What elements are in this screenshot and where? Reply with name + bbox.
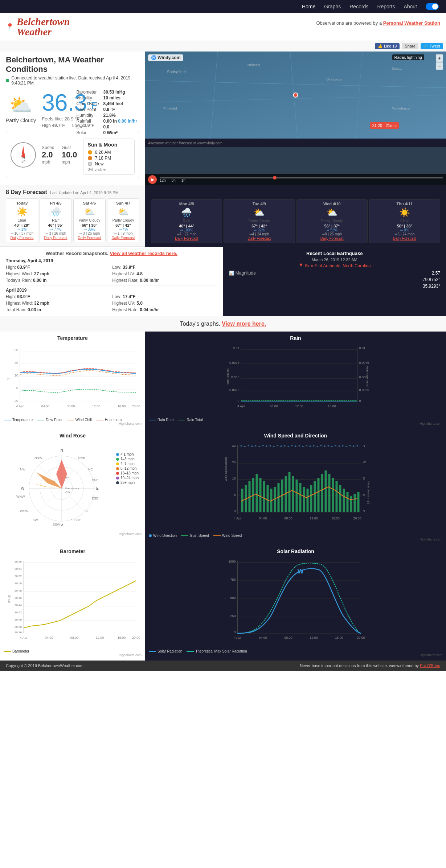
- daily-forecast-sat[interactable]: Daily Forecast: [78, 236, 101, 240]
- obs-rainfall-label: Rainfall: [74, 118, 101, 124]
- nav-reports[interactable]: Reports: [377, 4, 395, 9]
- forecast-wind-mon: ⇒7 | 27 mph: [152, 232, 221, 236]
- svg-point-133: [349, 445, 351, 446]
- svg-rect-142: [263, 481, 265, 512]
- forecast-desc-tue: Partly Cloudy: [225, 219, 294, 223]
- daily-forecast-thu[interactable]: Daily Forecast: [393, 236, 416, 240]
- svg-point-130: [339, 445, 340, 447]
- svg-point-128: [331, 446, 333, 447]
- nav-home[interactable]: Home: [302, 4, 315, 9]
- copyright: Copyright © 2019 BelchertownWeather.com: [6, 663, 83, 668]
- map-zoom-out[interactable]: −: [436, 62, 443, 70]
- forecast-desc-today: Clear: [7, 218, 37, 222]
- svg-point-112: [273, 446, 275, 447]
- pws-link[interactable]: Personal Weather Station: [383, 20, 440, 26]
- legend-19-24: 19–24 mph: [116, 476, 139, 480]
- apr-rain-row: Total Rain: 0.03 in: [6, 307, 111, 312]
- legend-solar: Solar Radiation: [149, 649, 182, 653]
- svg-point-104: [244, 446, 246, 447]
- obs-rainfall-val: 0.00 in 0.00 in/hr: [101, 118, 139, 124]
- forecast-icon-mon: 🌧️: [152, 207, 221, 218]
- svg-text:30.50: 30.50: [15, 582, 22, 585]
- time-6h: 6h: [172, 178, 176, 182]
- svg-point-129: [335, 445, 336, 446]
- svg-text:Bost...: Bost...: [392, 66, 402, 70]
- svg-text:N: N: [363, 509, 365, 513]
- obs-barometer-val: 30.53 inHg: [101, 89, 139, 95]
- play-button[interactable]: ▶: [148, 175, 157, 184]
- legend-rain-total: Rain Total: [178, 418, 202, 422]
- svg-point-123: [313, 445, 315, 447]
- nav-records[interactable]: Records: [349, 4, 368, 9]
- svg-text:16:00: 16:00: [118, 636, 126, 639]
- svg-rect-141: [259, 478, 262, 512]
- svg-rect-165: [347, 492, 349, 512]
- compass-area: N 5°: [11, 142, 36, 168]
- forecast-day-wed: Wed 4/10 ⛅ Partly Cloudy 56° | 37° ⇒ 52%…: [296, 199, 368, 243]
- daily-forecast-wed[interactable]: Daily Forecast: [320, 236, 344, 240]
- weather-map[interactable]: Springfield Amherst Worcester Bost... Pr…: [145, 52, 446, 139]
- svg-point-126: [324, 445, 326, 447]
- obs-humidity-val: 21.8%: [101, 112, 139, 118]
- svg-point-114: [281, 445, 282, 447]
- svg-point-103: [241, 445, 242, 447]
- nav-about[interactable]: About: [404, 4, 417, 9]
- earthquake-date: March 26, 2019 12:32 AM: [229, 258, 441, 262]
- share-button[interactable]: Share: [402, 43, 418, 49]
- tweet-button[interactable]: 🐦 Tweet: [421, 43, 443, 49]
- daily-forecast-tue[interactable]: Daily Forecast: [247, 236, 271, 240]
- svg-text:ENE: ENE: [92, 478, 99, 482]
- svg-text:(%): (%): [65, 490, 70, 494]
- time-indicator: [273, 176, 277, 180]
- svg-rect-164: [343, 489, 345, 512]
- wind-speed-credit: Highcharts.com: [149, 538, 442, 541]
- sunset-icon: [88, 156, 92, 160]
- svg-text:5: 5: [71, 519, 73, 522]
- daily-forecast-today[interactable]: Daily Forecast: [11, 236, 34, 240]
- svg-text:NE: NE: [88, 468, 93, 471]
- records-link[interactable]: View all weather records here.: [110, 251, 177, 256]
- map-zoom-in[interactable]: +: [436, 54, 443, 62]
- svg-text:SW: SW: [33, 518, 38, 522]
- svg-point-111: [270, 445, 271, 447]
- thu-uv-row: Highest UV: 4.8: [112, 271, 217, 276]
- facebook-like-button[interactable]: 👍 Like 19: [375, 43, 400, 49]
- forecast-day-fri: Fri 4/5 🌧️ Rain 46° | 35° ⇒ 77% ⇒ 3 | 26…: [40, 198, 72, 242]
- location-pin-icon: 📍: [298, 263, 304, 268]
- graphs-more-link[interactable]: View more here.: [222, 321, 266, 327]
- map-controls[interactable]: + −: [436, 54, 443, 70]
- theme-author-link[interactable]: Pat O'Brien: [420, 663, 440, 668]
- svg-text:°F: °F: [7, 377, 11, 380]
- map-svg: Springfield Amherst Worcester Bost... Pr…: [145, 52, 446, 139]
- nav-graphs[interactable]: Graphs: [324, 4, 341, 9]
- thu-rain-row: Today's Rain: 0.00 in: [6, 278, 111, 283]
- svg-text:20:00: 20:00: [132, 404, 140, 408]
- solar-title: Solar Radiation: [149, 548, 442, 554]
- svg-text:32: 32: [232, 444, 236, 448]
- svg-text:Rain Rate (in/hr): Rain Rate (in/hr): [366, 366, 369, 387]
- map-panel: Springfield Amherst Worcester Bost... Pr…: [145, 52, 446, 185]
- svg-point-127: [328, 445, 329, 447]
- records-section: Weather Record Snapshots. View all weath…: [0, 247, 223, 316]
- forecast-wind-tue: ⇒4 | 24 mph: [225, 232, 294, 236]
- svg-text:SE: SE: [85, 509, 90, 513]
- svg-point-115: [284, 445, 286, 447]
- svg-rect-153: [303, 487, 305, 512]
- page-title: Belchertown, MA Weather Conditions: [6, 55, 139, 74]
- forecast-right: Mon 4/8 🌧️ Rain 46° | 44° ⇒ 100% ⇒7 | 27…: [145, 185, 446, 247]
- daily-forecast-sun[interactable]: Daily Forecast: [112, 236, 135, 240]
- svg-rect-150: [292, 476, 294, 512]
- earthquake-title: Recent Local Earthquake: [229, 251, 441, 256]
- apr-uv-row: Highest UV: 5.0: [112, 301, 217, 306]
- forecast-day-tue: Tue 4/9 ⛅ Partly Cloudy 67° | 42° ⇒ 92% …: [224, 199, 295, 243]
- svg-text:750: 750: [230, 578, 236, 581]
- daily-forecast-fri[interactable]: Daily Forecast: [44, 236, 67, 240]
- svg-point-110: [266, 445, 267, 447]
- legend-heatindex: Heat Index: [96, 418, 122, 422]
- svg-point-105: [248, 445, 249, 446]
- nav-toggle[interactable]: [426, 3, 439, 10]
- daily-forecast-mon[interactable]: Daily Forecast: [175, 236, 198, 240]
- obs-visibility-label: Visibility: [74, 95, 101, 101]
- svg-text:Springfield: Springfield: [167, 70, 186, 74]
- svg-text:04:00: 04:00: [41, 404, 50, 408]
